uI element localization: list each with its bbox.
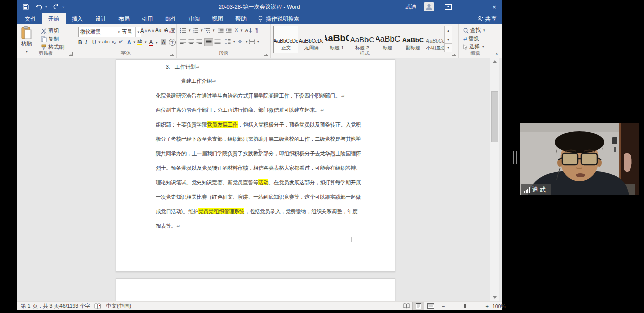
grow-font-button[interactable]: A˄ <box>140 28 147 33</box>
bullets-button[interactable] <box>180 28 191 33</box>
styles-dialog-launcher[interactable] <box>452 52 456 56</box>
signed-in-user[interactable]: 武迪 <box>405 3 416 11</box>
font-size-value: 五号 <box>122 28 132 36</box>
restore-button[interactable] <box>471 0 486 13</box>
underline-button[interactable]: U <box>92 39 100 45</box>
enclose-characters-button[interactable]: 字 <box>169 39 176 46</box>
document-area[interactable]: 3. 工作计划↵党建工作介绍↵化院党建研究会旨在通过学生自治的方式开展学院党建工… <box>17 58 502 301</box>
increase-indent-button[interactable] <box>226 28 232 33</box>
character-shading-button[interactable]: A <box>161 39 166 45</box>
italic-button[interactable]: I <box>85 39 87 45</box>
align-center-button[interactable] <box>188 39 194 44</box>
decrease-indent-button[interactable] <box>218 28 224 33</box>
zoom-out-button[interactable]: − <box>439 303 448 309</box>
tab-设计[interactable]: 设计 <box>89 13 112 24</box>
borders-button[interactable] <box>249 39 259 44</box>
video-panel[interactable]: 迪武 <box>520 123 639 195</box>
show-marks-button[interactable]: ¶ <box>255 27 258 33</box>
proofing-status[interactable] <box>94 302 101 310</box>
zoom-slider[interactable] <box>448 306 482 306</box>
paste-icon <box>21 26 32 40</box>
cut-icon <box>41 28 47 34</box>
tab-审阅[interactable]: 审阅 <box>182 13 206 24</box>
font-dialog-launcher[interactable] <box>170 52 174 56</box>
shading-button[interactable] <box>237 39 248 44</box>
page-number-status[interactable]: 第 1 页，共 3 页 <box>21 302 59 310</box>
vertical-scrollbar[interactable] <box>490 58 499 301</box>
superscript-button[interactable]: x² <box>119 39 123 44</box>
bold-button[interactable]: B <box>78 39 82 45</box>
justify-button[interactable] <box>204 38 213 46</box>
subscript-button[interactable]: x₂ <box>112 39 116 44</box>
numbering-button[interactable] <box>192 28 203 33</box>
document-page-1[interactable]: 3. 工作计划↵党建工作介绍↵化院党建研究会旨在通过学生自治的方式开展学院党建工… <box>116 59 395 272</box>
tab-视图[interactable]: 视图 <box>206 13 229 24</box>
tab-引用[interactable]: 引用 <box>136 13 159 24</box>
ribbon-display-options-button[interactable] <box>441 0 456 13</box>
document-line-12: 报表等。↵ <box>156 222 180 230</box>
word-count-status[interactable]: 46/1193 个字 <box>59 302 90 310</box>
tab-帮助[interactable]: 帮助 <box>229 13 253 24</box>
font-color-button[interactable]: A <box>149 39 158 46</box>
style-无间隔[interactable]: AaBbCcDc无间隔 <box>299 26 324 53</box>
paragraph-mark: ↵ <box>341 93 345 99</box>
tab-文件[interactable]: 文件 <box>19 13 42 24</box>
user-avatar[interactable] <box>424 2 434 11</box>
align-left-button[interactable] <box>180 39 186 44</box>
style-正文[interactable]: AaBbCcDc正文 <box>273 26 298 53</box>
font-size-combo[interactable]: 五号▾ <box>120 27 141 37</box>
style-标题 1[interactable]: AaBbC标题 1 <box>324 26 349 53</box>
paragraph-dialog-launcher[interactable] <box>264 52 268 56</box>
tell-me-box[interactable]: 操作说明搜索 <box>258 13 299 24</box>
document-page-2[interactable] <box>116 278 395 301</box>
clear-formatting-button[interactable]: A <box>165 28 171 33</box>
zoom-in-button[interactable]: + <box>482 303 492 309</box>
find-button[interactable]: 查找 <box>463 27 485 34</box>
styles-scroll-up[interactable]: ▲ <box>444 26 452 35</box>
asian-layout-button[interactable]: X <box>235 28 242 33</box>
close-button[interactable]: × <box>486 0 502 13</box>
font-size-caret[interactable]: ▾ <box>135 27 139 37</box>
video-panel-handle[interactable] <box>513 151 517 164</box>
strikethrough-button[interactable]: abc <box>102 39 110 44</box>
style-标题 2[interactable]: AaBbC标题 2 <box>350 26 375 53</box>
distribute-button[interactable] <box>214 39 221 44</box>
clipboard-dialog-launcher[interactable] <box>69 52 73 56</box>
font-name-combo[interactable]: 微软雅黑▾ <box>78 27 122 37</box>
sort-button[interactable]: A <box>245 28 252 33</box>
format-painter-button[interactable]: 格式刷 <box>41 44 65 51</box>
scrollbar-thumb[interactable] <box>491 91 498 142</box>
font-name-caret[interactable]: ▾ <box>116 27 120 37</box>
styles-scroll-down[interactable]: ▼ <box>444 35 452 44</box>
phonetic-guide-button[interactable]: 变 <box>171 28 175 33</box>
style-标题[interactable]: AaBbC标题 <box>375 26 400 53</box>
change-case-button[interactable]: Aa <box>155 28 166 33</box>
replace-button[interactable]: ⇄ 替换 <box>463 35 479 42</box>
zoom-slider-thumb[interactable] <box>464 304 466 308</box>
multilevel-list-button[interactable] <box>204 28 215 33</box>
tab-开始[interactable]: 开始 <box>42 13 66 24</box>
cut-button[interactable]: 剪切 <box>41 27 59 35</box>
tab-布局[interactable]: 布局 <box>112 13 136 24</box>
select-button[interactable]: 选择 <box>463 43 484 50</box>
read-mode-view-button[interactable] <box>400 302 412 310</box>
style-副标题[interactable]: AaBbC副标题 <box>401 26 425 53</box>
share-button[interactable]: 共享 <box>477 13 497 24</box>
line-spacing-button[interactable] <box>225 39 235 44</box>
shrink-font-button[interactable]: A˅ <box>148 28 154 33</box>
print-layout-view-button[interactable] <box>412 302 424 310</box>
tab-插入[interactable]: 插入 <box>66 13 89 24</box>
minimize-button[interactable] <box>456 0 471 13</box>
zoom-level[interactable]: 100% <box>492 303 506 309</box>
align-right-button[interactable] <box>196 39 202 44</box>
scroll-up-arrow[interactable] <box>490 58 499 66</box>
language-status[interactable]: 中文(中国) <box>106 302 131 310</box>
tab-邮件[interactable]: 邮件 <box>159 13 182 24</box>
copy-button[interactable]: 复制 <box>41 36 59 43</box>
text-highlight-button[interactable]: ab <box>137 39 147 45</box>
scroll-down-arrow[interactable] <box>490 294 499 301</box>
web-layout-view-button[interactable] <box>424 302 437 310</box>
collapse-ribbon-button[interactable]: ∧ <box>495 52 499 56</box>
text-effects-button[interactable]: A <box>127 39 135 45</box>
paste-button[interactable]: 粘贴 <box>21 26 32 54</box>
